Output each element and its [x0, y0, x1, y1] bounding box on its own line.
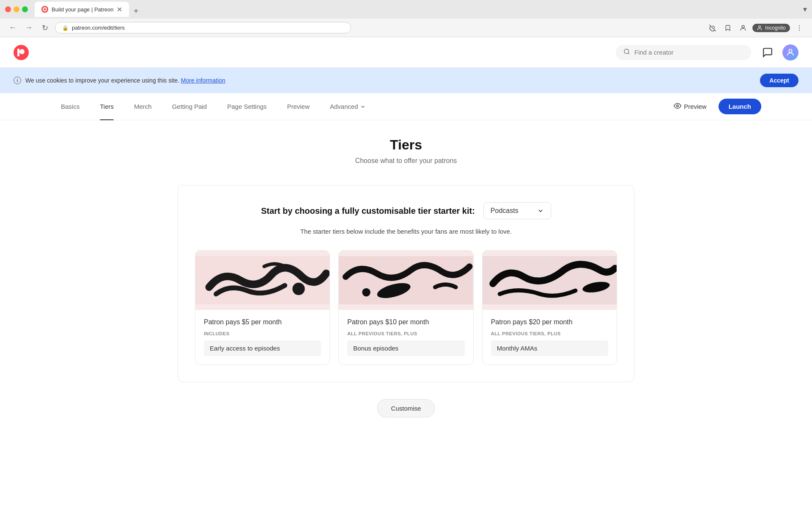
tab-getting-paid[interactable]: Getting Paid: [162, 93, 217, 120]
search-icon: [623, 48, 630, 57]
tier-card-body-1: Patron pays $5 per month INCLUDES Early …: [195, 310, 329, 364]
tier-card-body-2: Patron pays $10 per month ALL PREVIOUS T…: [339, 310, 473, 364]
tier-1-includes-label: INCLUDES: [204, 331, 321, 336]
tier-card-1: Patron pays $5 per month INCLUDES Early …: [195, 250, 330, 365]
tab-preview[interactable]: Preview: [277, 93, 320, 120]
tier-2-includes-label: ALL PREVIOUS TIERS, PLUS: [347, 331, 464, 336]
svg-point-12: [789, 49, 792, 52]
address-bar[interactable]: 🔒 patreon.com/edit/tiers: [55, 22, 351, 33]
tier-2-benefit: Bonus episodes: [347, 340, 464, 356]
customise-button[interactable]: Customise: [377, 399, 435, 417]
page-title: Tiers: [51, 137, 761, 153]
url-text: patreon.com/edit/tiers: [72, 25, 125, 31]
svg-point-15: [292, 283, 304, 295]
dot-yellow[interactable]: [14, 6, 19, 12]
tier-3-price: Patron pays $20 per month: [491, 318, 608, 326]
svg-point-7: [799, 30, 800, 30]
active-tab[interactable]: Build your page | Patreon ✕: [35, 2, 129, 17]
incognito-badge: Incognito: [752, 24, 790, 32]
preview-button[interactable]: Preview: [667, 99, 713, 114]
svg-line-11: [628, 53, 629, 54]
svg-point-6: [799, 27, 800, 28]
svg-point-1: [44, 8, 46, 11]
browser-dots: [5, 6, 28, 12]
launch-button[interactable]: Launch: [719, 99, 761, 114]
tier-cards: Patron pays $5 per month INCLUDES Early …: [195, 250, 617, 365]
logo-circle: [14, 45, 29, 60]
tab-title: Build your page | Patreon: [52, 6, 113, 13]
lock-icon: 🔒: [62, 25, 69, 31]
profile-icon[interactable]: [737, 22, 749, 34]
browser-addressbar: ← → ↻ 🔒 patreon.com/edit/tiers Incognito: [0, 19, 812, 37]
tier-2-price: Patron pays $10 per month: [347, 318, 464, 326]
browser-chrome: Build your page | Patreon ✕ + ▾ ← → ↻ 🔒 …: [0, 0, 812, 37]
svg-point-8: [19, 49, 25, 54]
browser-tabs: Build your page | Patreon ✕ +: [35, 2, 142, 17]
tier-card-body-3: Patron pays $20 per month ALL PREVIOUS T…: [483, 310, 617, 364]
nav-tabs: Basics Tiers Merch Getting Paid Page Set…: [0, 93, 812, 120]
header-actions: [760, 44, 798, 61]
cookie-more-info-link[interactable]: More information: [181, 77, 225, 84]
tier-card-2: Patron pays $10 per month ALL PREVIOUS T…: [338, 250, 473, 365]
starter-kit-dropdown[interactable]: Podcasts: [483, 202, 551, 219]
tier-1-benefit: Early access to episodes: [204, 340, 321, 356]
tab-close-button[interactable]: ✕: [117, 6, 122, 14]
starter-description: The starter tiers below include the bene…: [195, 228, 617, 235]
tab-advanced[interactable]: Advanced: [320, 93, 376, 120]
tab-favicon: [41, 6, 48, 13]
camera-off-icon[interactable]: [707, 22, 719, 34]
tier-3-benefit: Monthly AMAs: [491, 340, 608, 356]
page-subtitle: Choose what to offer your patrons: [51, 157, 761, 165]
starter-header: Start by choosing a fully customisable t…: [195, 202, 617, 219]
tab-basics[interactable]: Basics: [51, 93, 90, 120]
tab-tiers[interactable]: Tiers: [90, 93, 124, 120]
svg-point-18: [362, 288, 371, 297]
new-tab-button[interactable]: +: [130, 5, 142, 17]
app-header: [0, 37, 812, 68]
browser-actions: Incognito: [707, 22, 805, 34]
dot-green[interactable]: [22, 6, 28, 12]
tier-card-image-1: [195, 251, 329, 310]
search-input[interactable]: [634, 49, 743, 56]
starter-section: Start by choosing a fully customisable t…: [178, 185, 634, 382]
tab-list-button[interactable]: ▾: [803, 5, 807, 14]
customise-area: Customise: [51, 399, 761, 417]
tier-card-3: Patron pays $20 per month ALL PREVIOUS T…: [482, 250, 617, 365]
forward-button[interactable]: →: [23, 22, 35, 34]
svg-point-13: [677, 105, 679, 107]
starter-title: Start by choosing a fully customisable t…: [261, 206, 475, 216]
refresh-button[interactable]: ↻: [39, 22, 51, 34]
dot-red[interactable]: [5, 6, 11, 12]
tier-card-image-2: [339, 251, 473, 310]
tab-page-settings[interactable]: Page Settings: [217, 93, 277, 120]
chat-icon-button[interactable]: [760, 44, 776, 61]
svg-rect-16: [339, 256, 473, 304]
page-content: Tiers Choose what to offer your patrons …: [0, 120, 812, 434]
patreon-logo[interactable]: [14, 45, 29, 60]
svg-point-10: [624, 49, 629, 54]
back-button[interactable]: ←: [7, 22, 19, 34]
svg-point-4: [759, 25, 761, 28]
cookie-text: We use cookies to improve your experienc…: [25, 77, 756, 84]
search-bar[interactable]: [616, 45, 751, 60]
svg-rect-9: [17, 49, 19, 56]
nav-actions: Preview Launch: [667, 99, 761, 114]
tier-3-includes-label: ALL PREVIOUS TIERS, PLUS: [491, 331, 608, 336]
info-icon: i: [14, 77, 21, 84]
incognito-label: Incognito: [765, 25, 786, 31]
browser-title-bar: Build your page | Patreon ✕ + ▾: [0, 0, 812, 19]
cookie-accept-button[interactable]: Accept: [760, 74, 798, 87]
menu-button[interactable]: [793, 22, 805, 34]
user-avatar[interactable]: [782, 44, 798, 61]
tier-1-price: Patron pays $5 per month: [204, 318, 321, 326]
cookie-banner: i We use cookies to improve your experie…: [0, 68, 812, 93]
svg-point-5: [799, 25, 800, 26]
eye-icon: [674, 102, 681, 111]
tab-merch[interactable]: Merch: [124, 93, 162, 120]
bookmark-icon[interactable]: [722, 22, 734, 34]
tier-card-image-3: [483, 251, 617, 310]
svg-point-3: [742, 25, 744, 28]
